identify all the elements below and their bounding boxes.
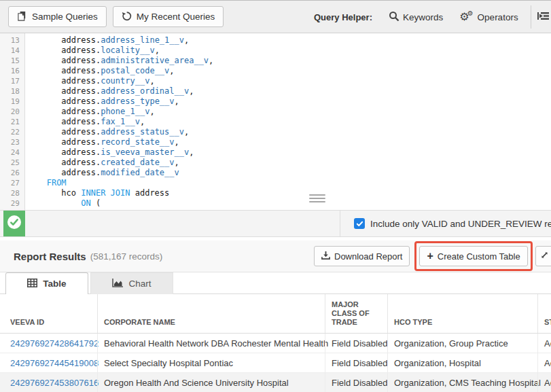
line-number: 17: [0, 76, 25, 86]
code-line: 17 address.country__v,: [0, 76, 551, 86]
cell-corporate_name: Select Specialty Hospital Pontiac: [97, 353, 325, 372]
my-recent-queries-button[interactable]: My Recent Queries: [113, 6, 224, 27]
column-header-hco_type: HCO TYPE: [387, 294, 537, 333]
sample-queries-label: Sample Queries: [32, 12, 98, 22]
report-actions: Download Report + Create Custom Table Vi…: [314, 240, 551, 272]
line-number: 28: [0, 188, 25, 198]
code-text: address.created_date__v,: [25, 158, 179, 168]
line-number: 15: [0, 56, 25, 66]
code-text: hco INNER JOIN address: [25, 188, 169, 198]
code-text: address.postal_code__v,: [25, 66, 175, 76]
keywords-label: Keywords: [403, 12, 443, 22]
code-line: 25 address.created_date__v,: [0, 158, 551, 168]
expand-arrows-icon: [540, 251, 549, 262]
code-line: 20 address.phone_1__v,: [0, 107, 551, 117]
table-header-row: VEEVA IDCORPORATE NAMEMAJOR CLASS OF TRA…: [0, 294, 551, 334]
keywords-menu-item[interactable]: Keywords: [389, 11, 443, 24]
query-toolbar: Sample Queries My Recent Queries Query H…: [0, 1, 551, 33]
cell-major_class_of_trade: Field Disabled: [325, 334, 387, 353]
include-records-checkbox[interactable]: [354, 218, 365, 229]
veeva-id-link[interactable]: 242976927445419008: [10, 358, 99, 368]
code-line: 26 address.modified_date__v: [0, 168, 551, 178]
line-number: 27: [0, 178, 25, 188]
code-line: 15 address.administrative_area__v,: [0, 56, 551, 66]
report-records-count: (581,167 records): [90, 251, 163, 262]
cell-corporate_name: Oregon Health And Science University Hos…: [97, 373, 325, 392]
format-query-menu-item[interactable]: Format Query: [537, 11, 551, 23]
cell-major_class_of_trade: Field Disabled: [325, 353, 387, 372]
code-text: address.administrative_area__v,: [25, 56, 213, 66]
annotation-highlight-box: + Create Custom Table: [414, 241, 532, 271]
code-line: 19 address.address_type__v,: [0, 96, 551, 107]
cell-hco_type: Organization, CMS Teaching Hospital: [387, 373, 537, 392]
editor-resize-handle[interactable]: [309, 192, 325, 204]
code-text: address.address_line_1__v,: [25, 35, 189, 46]
download-report-label: Download Report: [334, 251, 402, 262]
code-line: 22 address.address_status__v,: [0, 127, 551, 137]
report-results-title: Report Results: [14, 251, 86, 262]
code-text: address.address_ordinal__v,: [25, 86, 194, 96]
my-recent-queries-label: My Recent Queries: [137, 12, 215, 22]
download-icon: [321, 251, 330, 262]
format-icon: [537, 11, 549, 23]
code-line: 27 FROM: [0, 178, 551, 188]
line-number: 23: [0, 137, 25, 147]
code-text: address.country__v,: [25, 76, 155, 86]
table-grid-icon: [27, 279, 37, 289]
code-text: address.address_type__v,: [25, 96, 179, 107]
include-records-label: Include only VALID and UNDER_REVIEW reco…: [370, 219, 551, 229]
download-report-button[interactable]: Download Report: [314, 246, 410, 266]
code-line: 23 address.record_state__v,: [0, 137, 551, 147]
line-number: 18: [0, 86, 25, 96]
operators-label: Operators: [478, 12, 518, 22]
check-circle-icon: [7, 215, 22, 232]
cell-status: Active: [537, 334, 551, 353]
operators-menu-item[interactable]: ⚙⚙ Operators: [459, 12, 518, 22]
history-icon: [122, 11, 132, 23]
tab-chart[interactable]: Chart: [90, 272, 173, 294]
query-report-page: Sample Queries My Recent Queries Query H…: [0, 0, 551, 392]
column-header-major_class_of_trade: MAJOR CLASS OF TRADE: [325, 294, 387, 333]
code-line: 14 address.locality__v,: [0, 46, 551, 56]
code-line: 24 address.is_veeva_master__v,: [0, 147, 551, 158]
results-tabbar: Table Chart: [0, 272, 551, 294]
column-header-status: STATUS: [537, 294, 551, 333]
code-line: 21 address.fax_1__v,: [0, 117, 551, 127]
sql-editor[interactable]: 13 address.address_line_1__v,14 address.…: [0, 33, 551, 210]
create-custom-table-button[interactable]: + Create Custom Table: [419, 246, 527, 266]
line-number: 22: [0, 127, 25, 137]
table-row: 242976927445419008Select Specialty Hospi…: [0, 353, 551, 373]
veeva-id-link[interactable]: 242976927453807616: [10, 378, 99, 388]
create-custom-table-label: Create Custom Table: [438, 251, 520, 262]
code-text: address.address_status__v,: [25, 127, 189, 137]
line-number: 16: [0, 66, 25, 76]
line-number: 26: [0, 168, 25, 178]
toolbar-divider: [531, 5, 531, 29]
sample-queries-icon: [17, 11, 27, 23]
gears-icon: ⚙⚙: [459, 12, 469, 22]
cell-major_class_of_trade: Field Disabled: [325, 373, 387, 392]
code-line: 28 hco INNER JOIN address: [0, 188, 551, 198]
report-results-bar: Report Results (581,167 records) Downloa…: [0, 240, 551, 272]
line-number: 24: [0, 147, 25, 158]
query-helper-label: Query Helper:: [314, 12, 372, 22]
cell-status: Active: [537, 373, 551, 392]
line-number: 20: [0, 107, 25, 117]
table-row: 242976927453807616Oregon Health And Scie…: [0, 373, 551, 392]
tab-table[interactable]: Table: [5, 272, 88, 294]
view-button[interactable]: View: [535, 246, 551, 266]
line-number: 25: [0, 158, 25, 168]
query-valid-indicator: [3, 211, 25, 236]
column-header-corporate_name: CORPORATE NAME: [97, 294, 325, 333]
tab-chart-label: Chart: [128, 279, 151, 289]
code-text: address.modified_date__v: [25, 168, 179, 178]
sample-queries-button[interactable]: Sample Queries: [8, 6, 107, 27]
status-bar-divider: [340, 211, 340, 236]
column-header-veeva_id: VEEVA ID: [0, 294, 97, 333]
veeva-id-link[interactable]: 242976927428641792: [10, 338, 99, 349]
code-line: 13 address.address_line_1__v,: [0, 35, 551, 46]
tab-table-label: Table: [43, 279, 66, 289]
line-number: 21: [0, 117, 25, 127]
area-chart-icon: [112, 279, 123, 289]
code-line: 18 address.address_ordinal__v,: [0, 86, 551, 96]
